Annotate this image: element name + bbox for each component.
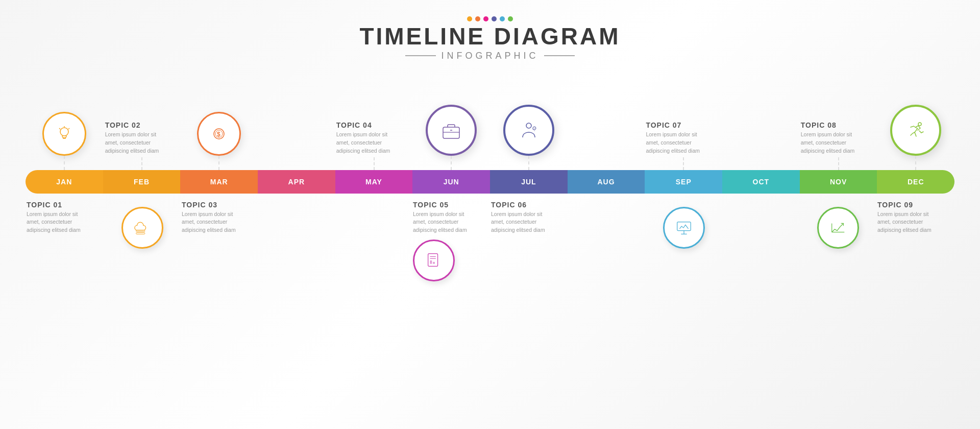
dashed-line-nov (838, 157, 839, 170)
bar-jun-label: JUN (444, 178, 459, 186)
bar-jun: JUN (412, 170, 490, 194)
dot-red-orange (475, 16, 480, 21)
bar-dec-label: DEC (908, 178, 924, 186)
col-mar-top: $ (180, 70, 258, 170)
topic04-label: TOPIC 04 (336, 121, 372, 129)
col-sep-bottom (645, 200, 722, 249)
circle-topic-mar: $ (197, 112, 241, 156)
timeline-container: TOPIC 02 Lorem ipsum dolor sitamet, cons… (26, 70, 954, 307)
page-subtitle: INFOGRAPHIC (441, 51, 538, 61)
topic01-label: TOPIC 01 (27, 201, 62, 209)
topic02-label: TOPIC 02 (105, 121, 141, 129)
svg-rect-19 (430, 260, 432, 264)
runner-icon (904, 119, 927, 141)
dashed-line-may (374, 157, 375, 170)
bar-mar: MAR (180, 170, 258, 194)
topic03-desc: Lorem ipsum dolor sitamet, consectetuera… (182, 210, 236, 234)
topic02-desc: Lorem ipsum dolor sitamet, consectetuera… (105, 131, 159, 155)
svg-line-3 (59, 128, 60, 129)
topic08-desc: Lorem ipsum dolor sitamet, consectetuera… (801, 131, 855, 155)
topic07-text: TOPIC 07 Lorem ipsum dolor sitamet, cons… (645, 121, 700, 155)
bar-dec: DEC (877, 170, 954, 194)
line-left (405, 55, 436, 56)
circle-topic07b (663, 207, 705, 249)
col-may-top: TOPIC 04 Lorem ipsum dolor sitamet, cons… (335, 70, 413, 170)
line-right (544, 55, 575, 56)
col-feb-top: TOPIC 02 Lorem ipsum dolor sitamet, cons… (103, 70, 181, 170)
bar-oct: OCT (722, 170, 800, 194)
bar-aug: AUG (568, 170, 645, 194)
svg-rect-15 (136, 232, 144, 234)
topic02-text: TOPIC 02 Lorem ipsum dolor sitamet, cons… (103, 121, 159, 155)
svg-point-13 (918, 123, 921, 126)
topic05-desc: Lorem ipsum dolor sitamet, consectetuera… (413, 210, 467, 234)
circle-topic01 (42, 112, 86, 156)
topic06-desc: Lorem ipsum dolor sitamet, consectetuera… (491, 210, 545, 234)
circle-topic-jul (503, 105, 554, 156)
circle-topic08b (817, 207, 859, 249)
topic04-desc: Lorem ipsum dolor sitamet, consectetuera… (336, 131, 390, 155)
bar-feb-label: FEB (134, 178, 150, 186)
svg-rect-16 (428, 254, 438, 267)
svg-point-0 (60, 128, 68, 136)
circle-topic-jun (426, 105, 477, 156)
bar-sep: SEP (645, 170, 722, 194)
cloud-stack-icon (133, 219, 152, 237)
col-nov-top: TOPIC 08 Lorem ipsum dolor sitamet, cons… (800, 70, 877, 170)
page-title: TIMELINE DIAGRAM (359, 23, 620, 50)
circle-topic-dec (890, 105, 941, 156)
svg-rect-8 (443, 127, 459, 138)
chart-growth-icon (829, 219, 847, 237)
svg-text:$: $ (217, 131, 220, 138)
header-dots (467, 16, 513, 21)
bar-mar-label: MAR (210, 178, 228, 186)
svg-rect-14 (136, 230, 144, 231)
topic07-desc: Lorem ipsum dolor sitamet, consectetuera… (646, 131, 700, 155)
bar-nov: NOV (800, 170, 877, 194)
topic08-text: TOPIC 08 Lorem ipsum dolor sitamet, cons… (800, 121, 855, 155)
topic03-label: TOPIC 03 (182, 201, 217, 209)
topic06-label: TOPIC 06 (491, 201, 527, 209)
gear-person-icon (518, 119, 540, 141)
bar-may: MAY (335, 170, 413, 194)
dashed-line-jun (451, 156, 452, 170)
circle-topic05 (413, 240, 455, 281)
briefcase-icon (440, 119, 462, 141)
dashed-line-feb (141, 157, 142, 170)
svg-point-11 (526, 123, 531, 128)
dot-blue (500, 16, 505, 21)
topic05-label: TOPIC 05 (413, 201, 449, 209)
lightbulb-icon (55, 124, 74, 144)
bar-apr-label: APR (288, 178, 305, 186)
bar-jul: JUL (490, 170, 568, 194)
col-nov-bottom (799, 200, 876, 249)
dashed-line-jul (528, 156, 529, 170)
col-jun-bottom: TOPIC 05 Lorem ipsum dolor sitamet, cons… (413, 200, 490, 281)
dashed-line-sep (683, 157, 684, 170)
col-jun-top (412, 70, 490, 170)
dashed-line-jan (64, 156, 65, 170)
bar-jan-label: JAN (56, 178, 72, 186)
bottom-row: TOPIC 01 Lorem ipsum dolor sitamet, cons… (26, 200, 954, 307)
topic01-desc: Lorem ipsum dolor sitamet, consectetuera… (27, 210, 81, 234)
circle-topic01b (121, 207, 163, 249)
col-jul-bottom: TOPIC 06 Lorem ipsum dolor sitamet, cons… (490, 200, 568, 234)
bar-may-label: MAY (365, 178, 382, 186)
dollar-circle-icon: $ (209, 124, 229, 144)
dashed-line-mar (218, 156, 219, 170)
bar-sep-label: SEP (676, 178, 692, 186)
col-jan-top (26, 70, 103, 170)
timeline-bar: JAN FEB MAR APR MAY JUN (26, 170, 954, 194)
dot-pink (483, 16, 488, 21)
header: TIMELINE DIAGRAM INFOGRAPHIC (359, 14, 620, 61)
col-feb-bottom (104, 200, 181, 249)
topic09-label: TOPIC 09 (877, 201, 913, 209)
svg-line-4 (68, 128, 69, 129)
bar-jan: JAN (26, 170, 103, 194)
bar-jul-label: JUL (521, 178, 536, 186)
document-chart-icon (425, 251, 443, 270)
bar-feb: FEB (103, 170, 181, 194)
dot-green (508, 16, 513, 21)
bar-aug-label: AUG (597, 178, 615, 186)
col-jul-top (490, 70, 568, 170)
